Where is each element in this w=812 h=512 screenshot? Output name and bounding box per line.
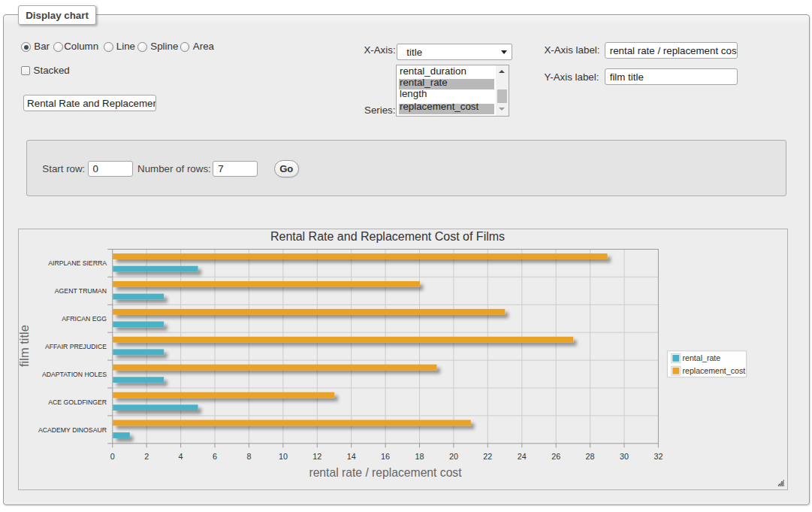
svg-text:2: 2 — [144, 452, 149, 461]
svg-text:AFFAIR PREJUDICE: AFFAIR PREJUDICE — [45, 343, 107, 350]
svg-text:8: 8 — [246, 452, 251, 461]
svg-text:6: 6 — [213, 452, 217, 461]
svg-text:ACADEMY DINOSAUR: ACADEMY DINOSAUR — [38, 426, 107, 434]
svg-text:ACE GOLDFINGER: ACE GOLDFINGER — [48, 398, 107, 406]
svg-text:32: 32 — [654, 452, 663, 461]
svg-text:ADAPTATION HOLES: ADAPTATION HOLES — [42, 371, 107, 378]
svg-text:28: 28 — [586, 452, 595, 461]
svg-text:14: 14 — [347, 452, 356, 461]
svg-text:18: 18 — [415, 452, 424, 461]
svg-text:rental_rate: rental_rate — [683, 353, 721, 362]
svg-text:AFRICAN EGG: AFRICAN EGG — [62, 315, 107, 323]
svg-text:AIRPLANE SIERRA: AIRPLANE SIERRA — [48, 259, 107, 267]
svg-text:20: 20 — [449, 452, 458, 461]
svg-text:26: 26 — [551, 452, 560, 461]
svg-text:replacement_cost: replacement_cost — [683, 366, 746, 375]
svg-text:24: 24 — [518, 452, 527, 461]
svg-text:0: 0 — [110, 452, 115, 461]
svg-text:30: 30 — [620, 452, 629, 461]
svg-text:Rental Rate and Replacement Co: Rental Rate and Replacement Cost of Film… — [270, 230, 505, 243]
svg-text:12: 12 — [312, 452, 321, 461]
svg-text:4: 4 — [179, 452, 183, 461]
svg-text:22: 22 — [483, 452, 492, 461]
svg-text:film title: film title — [17, 325, 31, 367]
svg-text:16: 16 — [381, 452, 390, 461]
svg-text:10: 10 — [279, 452, 288, 461]
svg-text:rental rate / replacement cost: rental rate / replacement cost — [309, 466, 462, 479]
svg-text:AGENT TRUMAN: AGENT TRUMAN — [55, 287, 107, 295]
